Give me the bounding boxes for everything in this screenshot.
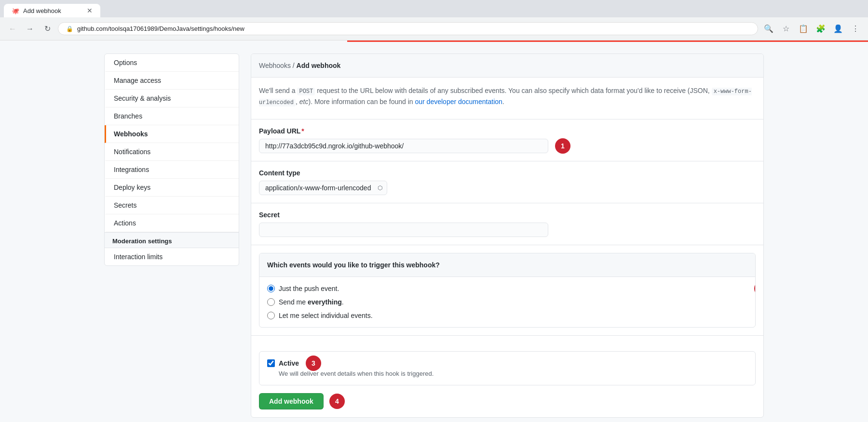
page-layout: Options Manage access Security & analysi… bbox=[96, 53, 772, 418]
radio-everything-label: Send me everything. bbox=[279, 298, 344, 306]
radio-push-label: Just the push event. bbox=[279, 285, 339, 292]
main-content: Webhooks / Add webhook We'll send a POST… bbox=[251, 53, 764, 418]
form-urlencoded-code: x-www-form-urlencoded bbox=[259, 88, 752, 106]
progress-bar-container bbox=[0, 40, 868, 42]
sidebar-item-interaction-limits[interactable]: Interaction limits bbox=[105, 248, 239, 265]
sidebar-item-webhooks[interactable]: Webhooks bbox=[105, 125, 239, 143]
payload-url-label: Payload URL* bbox=[259, 127, 756, 135]
active-checkbox-row: Active 3 bbox=[267, 359, 747, 367]
events-question: Which events would you like to trigger t… bbox=[267, 261, 747, 269]
submit-section: Add webhook 4 bbox=[259, 393, 756, 409]
breadcrumb-separator: / bbox=[293, 62, 297, 69]
step-3-badge: 3 bbox=[306, 356, 321, 371]
card-description: We'll send a POST request to the URL bel… bbox=[251, 78, 763, 119]
address-bar[interactable]: 🔒 github.com/toolsqa17061989/DemoJava/se… bbox=[58, 22, 758, 35]
active-checkbox[interactable] bbox=[267, 359, 275, 367]
breadcrumb: Webhooks / Add webhook bbox=[259, 62, 340, 69]
lock-icon: 🔒 bbox=[66, 26, 73, 32]
sidebar-nav: Options Manage access Security & analysi… bbox=[104, 53, 239, 266]
menu-button[interactable]: ⋮ bbox=[849, 22, 862, 36]
active-label: Active bbox=[279, 359, 299, 367]
breadcrumb-parent: Webhooks bbox=[259, 62, 291, 69]
content-type-section: Content type application/x-www-form-urle… bbox=[251, 161, 763, 203]
forward-button[interactable]: → bbox=[23, 22, 37, 36]
profile-button[interactable]: 👤 bbox=[831, 22, 845, 36]
tab-close-icon[interactable]: ✕ bbox=[87, 7, 93, 14]
events-card: Which events would you like to trigger t… bbox=[259, 253, 756, 328]
secret-label: Secret bbox=[259, 211, 756, 219]
events-header: Which events would you like to trigger t… bbox=[259, 253, 755, 277]
sidebar-item-security-analysis[interactable]: Security & analysis bbox=[105, 90, 239, 107]
active-section: Active 3 We will deliver event details w… bbox=[251, 335, 763, 417]
bookmark-star-button[interactable]: ☆ bbox=[779, 22, 793, 36]
sidebar-item-manage-access[interactable]: Manage access bbox=[105, 72, 239, 90]
tab-favicon: 🐙 bbox=[12, 7, 19, 14]
events-section: Which events would you like to trigger t… bbox=[251, 245, 763, 335]
required-star: * bbox=[301, 127, 304, 135]
zoom-button[interactable]: 🔍 bbox=[762, 22, 775, 36]
payload-url-input[interactable] bbox=[259, 139, 548, 153]
active-card: Active 3 We will deliver event details w… bbox=[259, 351, 756, 385]
radio-push-option: Just the push event. 2 bbox=[267, 285, 747, 292]
browser-action-buttons: 🔍 ☆ 📋 🧩 👤 ⋮ bbox=[762, 22, 862, 36]
content-type-select[interactable]: application/x-www-form-urlencoded applic… bbox=[259, 181, 387, 195]
progress-bar bbox=[347, 40, 868, 42]
reload-button[interactable]: ↻ bbox=[41, 22, 54, 36]
moderation-section-header: Moderation settings bbox=[105, 232, 239, 248]
secret-input[interactable] bbox=[259, 223, 548, 237]
active-description: We will deliver event details when this … bbox=[279, 370, 747, 377]
radio-individual-input[interactable] bbox=[267, 312, 275, 319]
post-code: POST bbox=[297, 88, 315, 95]
card-header: Webhooks / Add webhook bbox=[251, 54, 763, 78]
extension-icon[interactable]: 📋 bbox=[797, 22, 810, 36]
sidebar-item-integrations[interactable]: Integrations bbox=[105, 161, 239, 179]
back-button[interactable]: ← bbox=[6, 22, 19, 36]
sidebar-item-options[interactable]: Options bbox=[105, 54, 239, 72]
payload-url-section: Payload URL* 1 bbox=[251, 119, 763, 161]
step-4-badge: 4 bbox=[329, 394, 345, 409]
step-1-badge: 1 bbox=[555, 138, 570, 154]
browser-tab[interactable]: 🐙 Add webhook ✕ bbox=[4, 4, 100, 17]
sidebar-item-secrets[interactable]: Secrets bbox=[105, 197, 239, 214]
breadcrumb-current: Add webhook bbox=[297, 62, 341, 69]
add-webhook-button[interactable]: Add webhook bbox=[259, 393, 324, 409]
tab-title: Add webhook bbox=[23, 7, 83, 14]
radio-push-input[interactable] bbox=[267, 285, 275, 292]
radio-individual-option: Let me select individual events. bbox=[267, 312, 747, 319]
radio-individual-label: Let me select individual events. bbox=[279, 312, 373, 319]
sidebar: Options Manage access Security & analysi… bbox=[104, 53, 239, 418]
sidebar-item-actions[interactable]: Actions bbox=[105, 214, 239, 232]
sidebar-item-notifications[interactable]: Notifications bbox=[105, 143, 239, 161]
content-type-label: Content type bbox=[259, 169, 756, 177]
radio-everything-option: Send me everything. bbox=[267, 298, 747, 306]
sidebar-item-branches[interactable]: Branches bbox=[105, 107, 239, 125]
secret-section: Secret bbox=[251, 203, 763, 245]
radio-everything-input[interactable] bbox=[267, 298, 275, 306]
url-text: github.com/toolsqa17061989/DemoJava/sett… bbox=[77, 25, 750, 32]
extensions-puzzle-button[interactable]: 🧩 bbox=[814, 22, 827, 36]
events-body: Just the push event. 2 Send me everythin… bbox=[259, 277, 755, 327]
content-type-select-wrapper: application/x-www-form-urlencoded applic… bbox=[259, 181, 387, 195]
step-2-badge: 2 bbox=[754, 281, 756, 296]
payload-url-input-wrapper: 1 bbox=[259, 139, 548, 153]
description-text: We'll send a POST request to the URL bel… bbox=[259, 85, 756, 107]
sidebar-item-deploy-keys[interactable]: Deploy keys bbox=[105, 179, 239, 197]
content-card: Webhooks / Add webhook We'll send a POST… bbox=[251, 53, 764, 418]
developer-documentation-link[interactable]: our developer documentation bbox=[415, 98, 502, 106]
browser-toolbar: ← → ↻ 🔒 github.com/toolsqa17061989/DemoJ… bbox=[0, 17, 868, 40]
